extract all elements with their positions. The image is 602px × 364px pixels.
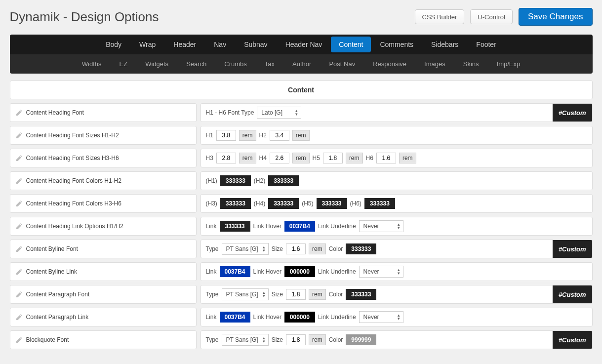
h4-color-chip[interactable]: 333333 xyxy=(268,198,299,209)
nav2-item-ez[interactable]: EZ xyxy=(111,55,137,73)
edit-icon xyxy=(15,290,23,298)
h6-size-input[interactable] xyxy=(376,153,396,163)
h6-unit[interactable]: rem xyxy=(399,153,416,163)
page-title: Dynamik - Design Options xyxy=(10,9,159,25)
size-input[interactable] xyxy=(286,334,306,345)
nav1-item-subnav[interactable]: Subnav xyxy=(235,35,276,54)
edit-icon xyxy=(15,336,23,344)
h4-unit[interactable]: rem xyxy=(292,153,310,163)
h1-size-input[interactable] xyxy=(216,130,236,141)
underline-label: Link Underline xyxy=(318,268,356,275)
size-label: Size xyxy=(272,336,283,343)
row-label-text: Content Byline Link xyxy=(26,268,77,275)
row-content: Link 0037B4 Link Hover 000000 Link Under… xyxy=(201,262,593,281)
custom-button[interactable]: #Custom xyxy=(553,285,592,303)
h3-color-label: (H3) xyxy=(206,200,217,207)
row-content: H3 rem H4 rem H5 rem H6 rem xyxy=(201,149,593,167)
color-chip[interactable]: 999999 xyxy=(346,334,376,345)
h4-color-label: (H4) xyxy=(254,200,265,207)
nav2-item-crumbs[interactable]: Crumbs xyxy=(215,55,256,73)
size-unit[interactable]: rem xyxy=(309,243,326,254)
color-chip[interactable]: 333333 xyxy=(346,289,376,300)
h3-color-chip[interactable]: 333333 xyxy=(220,198,251,209)
nav2-item-search[interactable]: Search xyxy=(177,55,215,73)
row-label: Content Heading Font Colors H1-H2 xyxy=(10,171,197,190)
font-select[interactable]: PT Sans [G]▴▾ xyxy=(222,243,269,255)
section-title: Content xyxy=(10,81,593,99)
edit-icon xyxy=(15,268,23,276)
underline-label: Link Underline xyxy=(318,314,356,321)
h2-color-chip[interactable]: 333333 xyxy=(268,175,299,186)
nav1-item-body[interactable]: Body xyxy=(97,35,130,54)
color-chip[interactable]: 333333 xyxy=(346,243,376,254)
select-value: Never xyxy=(363,223,379,230)
nav1-item-content[interactable]: Content xyxy=(331,37,371,52)
nav2-item-widths[interactable]: Widths xyxy=(73,55,111,73)
nav2-item-author[interactable]: Author xyxy=(283,55,320,73)
h6-color-chip[interactable]: 333333 xyxy=(364,198,395,209)
nav2-item-images[interactable]: Images xyxy=(415,55,454,73)
font-type-select[interactable]: Lato [G]▴▾ xyxy=(257,107,301,119)
size-unit[interactable]: rem xyxy=(309,334,326,345)
row-label: Content Heading Font Sizes H1-H2 xyxy=(10,126,197,145)
css-builder-button[interactable]: CSS Builder xyxy=(415,9,465,24)
size-input[interactable] xyxy=(286,289,306,300)
h5-color-chip[interactable]: 333333 xyxy=(317,198,347,209)
link-label: Link xyxy=(206,223,217,230)
size-unit[interactable]: rem xyxy=(309,289,326,300)
u-control-button[interactable]: U-Control xyxy=(470,9,513,24)
h1-unit[interactable]: rem xyxy=(239,130,256,141)
underline-select[interactable]: Never▴▾ xyxy=(359,266,403,278)
nav2-item-tax[interactable]: Tax xyxy=(256,55,283,73)
custom-button[interactable]: #Custom xyxy=(553,331,592,349)
edit-icon xyxy=(15,222,23,230)
select-value: PT Sans [G] xyxy=(226,291,258,298)
row-content: Type PT Sans [G]▴▾ Size rem Color 333333… xyxy=(201,240,593,258)
custom-button[interactable]: #Custom xyxy=(553,240,592,258)
hover-color-chip[interactable]: 0037B4 xyxy=(284,221,315,232)
h3-unit[interactable]: rem xyxy=(239,153,256,163)
h5-color-label: (H5) xyxy=(302,200,313,207)
nav2-item-skins[interactable]: Skins xyxy=(454,55,488,73)
link-color-chip[interactable]: 0037B4 xyxy=(220,312,250,323)
h2-color-label: (H2) xyxy=(254,177,265,184)
size-input[interactable] xyxy=(286,243,306,254)
color-label: Color xyxy=(329,291,343,298)
nav2-item-imp-exp[interactable]: Imp/Exp xyxy=(488,55,529,73)
row-label: Content Byline Link xyxy=(10,262,197,281)
edit-icon xyxy=(15,109,23,117)
h4-size-input[interactable] xyxy=(270,153,289,163)
font-select[interactable]: PT Sans [G]▴▾ xyxy=(222,334,269,346)
nav1-item-comments[interactable]: Comments xyxy=(371,35,422,54)
h1-color-chip[interactable]: 333333 xyxy=(220,175,251,186)
hover-color-chip[interactable]: 000000 xyxy=(284,312,315,323)
h2-size-input[interactable] xyxy=(270,130,289,141)
nav1-item-header-nav[interactable]: Header Nav xyxy=(277,35,331,54)
hover-color-chip[interactable]: 000000 xyxy=(284,266,315,277)
chevron-updown-icon: ▴▾ xyxy=(398,314,400,321)
nav1-item-sidebars[interactable]: Sidebars xyxy=(422,35,467,54)
save-changes-button[interactable]: Save Changes xyxy=(519,8,593,26)
nav1-item-nav[interactable]: Nav xyxy=(205,35,235,54)
link-color-chip[interactable]: 0037B4 xyxy=(220,266,250,277)
underline-select[interactable]: Never▴▾ xyxy=(359,220,403,232)
h5-unit[interactable]: rem xyxy=(346,153,363,163)
nav1-item-footer[interactable]: Footer xyxy=(467,35,505,54)
row-label-text: Content Heading Font Sizes H1-H2 xyxy=(26,132,119,139)
font-select[interactable]: PT Sans [G]▴▾ xyxy=(222,288,269,300)
nav2-item-widgets[interactable]: Widgets xyxy=(136,55,177,73)
chevron-updown-icon: ▴▾ xyxy=(398,223,400,230)
link-color-chip[interactable]: 333333 xyxy=(220,221,250,232)
type-label: Type xyxy=(206,245,219,252)
nav2-item-responsive[interactable]: Responsive xyxy=(364,55,415,73)
nav2-item-post-nav[interactable]: Post Nav xyxy=(320,55,364,73)
h5-size-input[interactable] xyxy=(323,153,343,163)
h2-unit[interactable]: rem xyxy=(292,130,310,141)
h3-size-input[interactable] xyxy=(216,153,236,163)
edit-icon xyxy=(15,313,23,321)
custom-button[interactable]: #Custom xyxy=(553,104,592,121)
nav1-item-header[interactable]: Header xyxy=(164,35,205,54)
underline-select[interactable]: Never▴▾ xyxy=(359,311,403,323)
h2-label: H2 xyxy=(259,132,267,139)
nav1-item-wrap[interactable]: Wrap xyxy=(130,35,164,54)
